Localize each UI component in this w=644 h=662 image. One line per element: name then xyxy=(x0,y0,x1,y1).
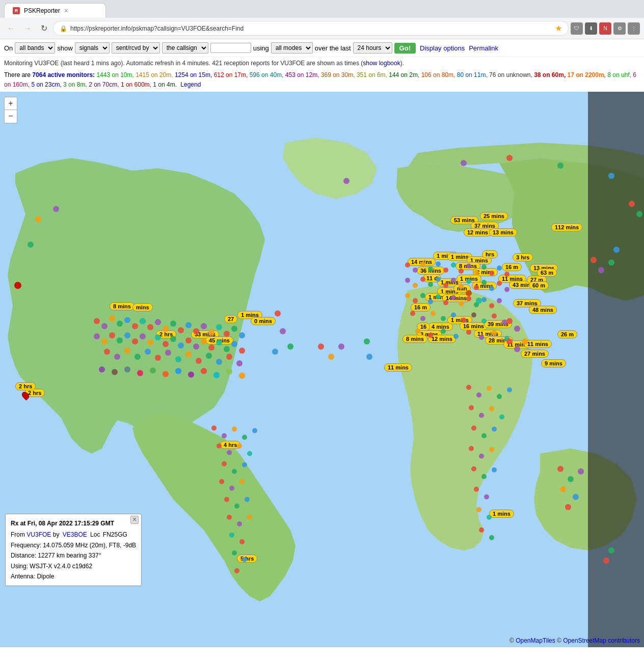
band-15m: 1254 on 15m, xyxy=(175,71,212,78)
band-600m: 1 on 600m, xyxy=(121,81,151,88)
band-60m: 38 on 60m, xyxy=(534,71,566,78)
direction-select[interactable]: sent/rcvd bysent byrcvd by xyxy=(112,42,160,54)
band-6m: 351 on 6m, xyxy=(357,71,387,78)
browser-chrome: R PSKReporter × ← → ↻ 🔒 https://pskrepor… xyxy=(0,0,644,39)
bookmark-star-icon[interactable]: ★ xyxy=(555,23,562,33)
extension-icon-3[interactable]: N xyxy=(599,22,611,35)
map-footer: © OpenMapTiles © OpenStreetMap contribut… xyxy=(509,637,640,644)
tab-bar: R PSKReporter × xyxy=(0,0,644,18)
band-40m: 596 on 40m, xyxy=(250,71,284,78)
forward-button[interactable]: → xyxy=(20,21,35,36)
security-icon: 🔒 xyxy=(60,25,67,32)
openstreetmap-link[interactable]: OpenStreetMap contributors xyxy=(563,637,640,644)
band-unknown: 76 on unknown, xyxy=(489,71,532,78)
map-controls: + − xyxy=(4,97,17,123)
popup-distance: Distance: 12277 km bearing 337° xyxy=(11,550,136,561)
control-bar: On all bands 10m15m17m20m 30m40m60m80m16… xyxy=(0,39,644,57)
from-callsign-link[interactable]: VU3FOE xyxy=(26,531,51,538)
band-counts-intro: There are xyxy=(4,71,32,78)
using-label: using xyxy=(253,44,269,52)
band-4m: 1 on 4m. xyxy=(153,81,177,88)
band-11m: 80 on 11m, xyxy=(457,71,488,78)
extension-icon-2[interactable]: ⬇ xyxy=(585,22,597,35)
popup-software: Using: WSJT-X v2.4.0 c19d62 xyxy=(11,561,136,571)
status-bar: Monitoring VU3FOE (last heard 1 mins ago… xyxy=(0,57,644,69)
band-23cm: 5 on 23cm, xyxy=(31,81,61,88)
loc-value: FN25GG xyxy=(103,531,127,538)
band-12m: 453 on 12m, xyxy=(285,71,319,78)
band-8m: 3 on 8m, xyxy=(63,81,87,88)
display-options-link[interactable]: Display options xyxy=(420,44,465,52)
show-label: show xyxy=(57,44,72,52)
band-70cm: 2 on 70cm, xyxy=(89,81,119,88)
band-80m: 106 on 80m, xyxy=(421,71,455,78)
url-text: https://pskreporter.info/pskmap?callsign… xyxy=(70,25,552,32)
extension-icons: 🛡 ⬇ N ⚙ ⋮ xyxy=(571,22,640,35)
monitoring-text: Monitoring VU3FOE (last heard 1 mins ago… xyxy=(4,60,363,67)
extension-icon-5[interactable]: ⋮ xyxy=(628,22,640,35)
browser-tab[interactable]: R PSKReporter × xyxy=(4,3,106,18)
go-button[interactable]: Go! xyxy=(394,43,416,54)
zoom-in-button[interactable]: + xyxy=(4,97,17,110)
band-17m: 612 on 17m, xyxy=(214,71,248,78)
band-uhf: 8 on uhf, xyxy=(607,71,631,78)
on-label: On xyxy=(4,44,13,52)
info-popup-close-button[interactable]: × xyxy=(130,516,139,524)
show-logbook-link[interactable]: show logbook xyxy=(363,60,400,67)
band-2200m: 17 on 2200m, xyxy=(568,71,606,78)
legend-link[interactable]: Legend xyxy=(180,81,201,88)
from-label: From xyxy=(11,531,25,538)
back-button[interactable]: ← xyxy=(4,21,18,36)
monitoring-text2: ). xyxy=(400,60,404,67)
loc-label: Loc xyxy=(90,531,100,538)
band-30m: 369 on 30m, xyxy=(321,71,355,78)
page-content: On all bands 10m15m17m20m 30m40m60m80m16… xyxy=(0,39,644,647)
popup-title: Rx at Fri, 08 Apr 2022 17:15:29 GMT xyxy=(11,518,136,528)
permalink-link[interactable]: Permalink xyxy=(469,44,498,52)
callsign-type-select[interactable]: the callsignthe grid xyxy=(162,42,208,54)
band-counts: There are 7064 active monitors: 1443 on … xyxy=(0,69,644,92)
by-callsign-link[interactable]: VE3BOE xyxy=(63,531,87,538)
openmaptiles-link[interactable]: OpenMapTiles xyxy=(516,637,555,644)
navigation-bar: ← → ↻ 🔒 https://pskreporter.info/pskmap?… xyxy=(0,18,644,39)
by-label: by xyxy=(53,531,60,538)
zoom-out-button[interactable]: − xyxy=(4,110,17,123)
band-2m: 144 on 2m, xyxy=(389,71,419,78)
extension-icon-1[interactable]: 🛡 xyxy=(571,22,583,35)
address-bar[interactable]: 🔒 https://pskreporter.info/pskmap?callsi… xyxy=(53,21,569,36)
over-label: over the last xyxy=(315,44,351,52)
popup-from: From VU3FOE by VE3BOE Loc FN25GG xyxy=(11,529,136,540)
popup-antenna: Antenna: Dipole xyxy=(11,571,136,581)
band-20m: 1415 on 20m, xyxy=(136,71,173,78)
extension-icon-4[interactable]: ⚙ xyxy=(613,22,626,35)
band-10m: 1443 on 10m, xyxy=(96,71,133,78)
tab-close-button[interactable]: × xyxy=(64,7,68,15)
tab-favicon: R xyxy=(13,7,20,14)
band-select[interactable]: all bands 10m15m17m20m 30m40m60m80m160m xyxy=(15,42,55,54)
signal-select[interactable]: signalsspotsboth xyxy=(75,42,110,54)
tab-title: PSKReporter xyxy=(24,7,60,14)
reload-button[interactable]: ↻ xyxy=(37,21,51,36)
popup-frequency: Frequency: 14.075.059 MHz (20m), FT8, -9… xyxy=(11,540,136,550)
info-popup: × Rx at Fri, 08 Apr 2022 17:15:29 GMT Fr… xyxy=(5,514,142,586)
mode-select[interactable]: all modesFT8FT4JS8JT65WSPR xyxy=(271,42,313,54)
total-monitors: 7064 active monitors: xyxy=(32,71,95,78)
callsign-input[interactable]: VU3FOE xyxy=(210,43,251,53)
time-select[interactable]: 24 hours12 hours6 hours1 hour30 min xyxy=(353,42,392,54)
map-container: + − 8 mins mins 2 hrs 33 mins 45 mins xyxy=(0,92,644,647)
